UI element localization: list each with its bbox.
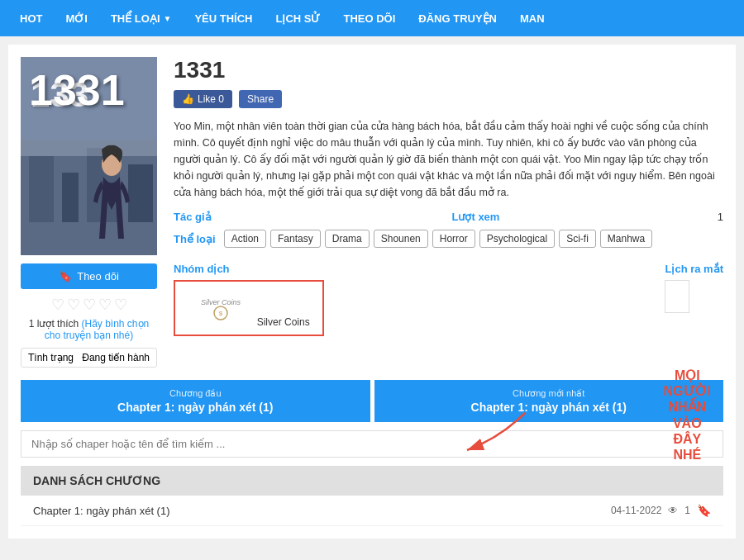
genre-action[interactable]: Action [224,230,266,248]
status-value: Đang tiến hành [82,352,150,363]
nav-hot[interactable]: HOT [8,0,54,36]
heart-3[interactable]: ♡ [83,296,96,314]
info-grid: Tác giả Lượt xem 1 [174,211,723,223]
bookmark-icon[interactable]: 🔖 [697,504,711,517]
nav-moi[interactable]: MỚI [54,0,98,36]
calendar-icon [665,280,689,313]
table-row: Chapter 1: ngày phán xét (1) 04-11-2022 … [21,496,723,526]
group-name: Silver Coins [257,316,310,328]
first-chapter-button[interactable]: Chương đầu Chapter 1: ngày phán xét (1) [21,380,370,422]
latest-chapter-label: Chương mới nhất [387,388,712,399]
manga-section: 1331 133 [21,57,723,368]
manga-cover: 1331 133 [21,57,157,255]
chapter-list: Chapter 1: ngày phán xét (1) 04-11-2022 … [21,496,723,526]
nav-yeu-thich[interactable]: YÊU THÍCH [183,0,264,36]
nhom-dich-label: Nhóm dịch [174,263,230,275]
main-content: 1331 133 [8,45,736,539]
group-card-wrapper: Silver Coins $ Silver Coins [174,280,324,336]
manga-title: 1331 [174,57,723,83]
share-button[interactable]: Share [239,90,282,108]
nav-the-loai[interactable]: THỂ LOẠI ▼ [99,0,184,36]
latest-chapter-button[interactable]: Chương mới nhất Chapter 1: ngày phán xét… [374,380,724,422]
nav-man[interactable]: MAN [508,0,556,36]
like-button[interactable]: 👍 Like 0 [174,90,232,108]
latest-chapter-title: Chapter 1: ngày phán xét (1) [387,401,712,414]
nhom-dich-row: Nhóm dịch Silver Coins $ Silver Coins [174,263,723,336]
svg-rect-6 [21,140,157,156]
left-column: 1331 133 [21,57,157,368]
genre-horror[interactable]: Horror [432,230,475,248]
status-row: Tình trạng Đang tiến hành [21,348,157,368]
right-column: 1331 👍 Like 0 Share Yoo Min, một nhân vi… [174,57,723,368]
lich-ra-mat-label: Lịch ra mắt [665,263,723,275]
heart-2[interactable]: ♡ [67,296,80,314]
genres-section: Thể loại Action Fantasy Drama Shounen Ho… [174,230,723,256]
likes-text: 1 lượt thích (Hãy bình chọn cho truyện b… [21,318,157,341]
follow-button[interactable]: 🔖 Theo dõi [21,263,157,289]
search-row [21,430,723,458]
cover-number: 1331 [29,65,125,115]
hearts-rating[interactable]: ♡ ♡ ♡ ♡ ♡ [21,296,157,314]
manga-description: Yoo Min, một nhân viên toàn thời gian củ… [174,118,723,201]
status-label: Tình trạng [28,352,74,363]
genre-drama[interactable]: Drama [325,230,370,248]
chapter-section: Chương đầu Chapter 1: ngày phán xét (1) … [21,380,723,422]
svg-rect-2 [29,156,54,222]
genre-fantasy[interactable]: Fantasy [270,230,321,248]
heart-1[interactable]: ♡ [51,296,64,314]
nhom-dich-section: Nhóm dịch Silver Coins $ Silver Coins [174,263,324,336]
genres-list: Action Fantasy Drama Shounen Horror Psyc… [224,230,653,248]
svg-text:Silver Coins: Silver Coins [201,298,241,306]
first-chapter-title: Chapter 1: ngày phán xét (1) [33,401,358,414]
luot-xem-value: 1 [718,211,723,223]
chapter-1-meta: 04-11-2022 👁 1 🔖 [611,504,711,517]
chapter-1-link[interactable]: Chapter 1: ngày phán xét (1) [33,505,170,517]
eye-icon: 👁 [668,505,678,516]
the-loai-label: Thể loại [174,230,216,245]
chapter-buttons: Chương đầu Chapter 1: ngày phán xét (1) … [21,380,723,422]
nav-theo-doi[interactable]: THEO DÕI [331,0,407,36]
svg-rect-3 [62,173,79,222]
genre-manhwa[interactable]: Manhwa [600,230,652,248]
chapter-list-header: DANH SÁCH CHƯƠNG [21,466,723,496]
luot-xem-label: Lượt xem 1 [452,211,724,223]
thumbs-up-icon: 👍 [182,93,194,105]
tac-gia-label: Tác giả [174,211,446,223]
group-logo-svg: Silver Coins $ [188,288,254,325]
bookmark-icon: 🔖 [59,270,72,282]
genre-shounen[interactable]: Shounen [374,230,428,248]
lich-ra-mat-section: Lịch ra mắt [665,263,723,313]
chapter-search-input[interactable] [21,430,723,458]
first-chapter-label: Chương đầu [33,388,358,399]
chapter-1-views: 1 [684,505,690,516]
social-buttons: 👍 Like 0 Share [174,90,723,108]
navbar: HOT MỚI THỂ LOẠI ▼ YÊU THÍCH LỊCH SỬ THE… [0,0,744,36]
nav-dang-truyen[interactable]: ĐĂNG TRUYỆN [407,0,508,36]
heart-5[interactable]: ♡ [114,296,127,314]
chapter-1-date: 04-11-2022 [611,505,661,516]
group-card[interactable]: Silver Coins $ Silver Coins [174,280,324,336]
svg-text:$: $ [219,310,223,317]
svg-rect-5 [128,164,153,222]
genre-psychological[interactable]: Psychological [479,230,555,248]
heart-4[interactable]: ♡ [98,296,112,314]
nav-lich-su[interactable]: LỊCH SỬ [264,0,331,36]
genre-scifi[interactable]: Sci-fi [559,230,596,248]
dropdown-arrow-icon: ▼ [164,14,172,23]
